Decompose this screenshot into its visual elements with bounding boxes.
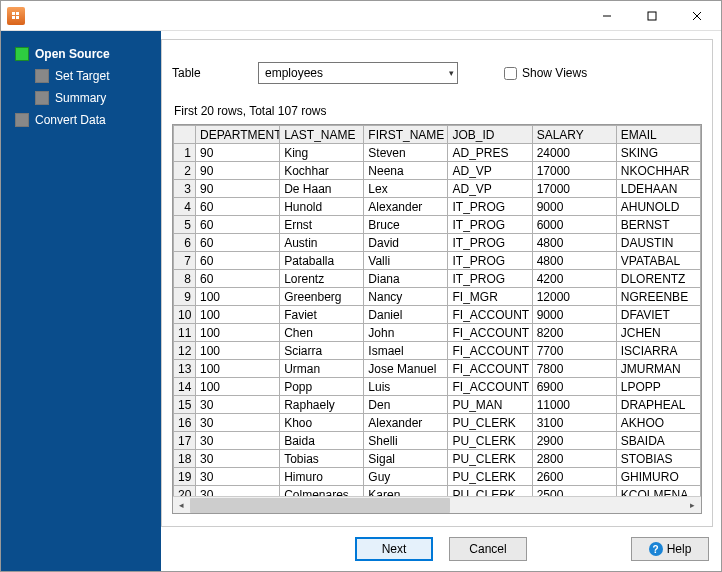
- cell[interactable]: Den: [364, 396, 448, 414]
- cell[interactable]: 2600: [532, 468, 616, 486]
- cell[interactable]: Sigal: [364, 450, 448, 468]
- cell[interactable]: FI_MGR: [448, 288, 532, 306]
- cell[interactable]: IT_PROG: [448, 198, 532, 216]
- cell[interactable]: 30: [196, 396, 280, 414]
- cell[interactable]: LPOPP: [616, 378, 700, 396]
- table-row[interactable]: 13100UrmanJose ManuelFI_ACCOUNT7800JMURM…: [174, 360, 701, 378]
- cell[interactable]: Diana: [364, 270, 448, 288]
- cell[interactable]: 30: [196, 468, 280, 486]
- step-convert-data[interactable]: Convert Data: [13, 109, 155, 131]
- cell[interactable]: Nancy: [364, 288, 448, 306]
- table-select[interactable]: [258, 62, 458, 84]
- cell[interactable]: DFAVIET: [616, 306, 700, 324]
- cell[interactable]: Steven: [364, 144, 448, 162]
- cell[interactable]: 12000: [532, 288, 616, 306]
- table-row[interactable]: 10100FavietDanielFI_ACCOUNT9000DFAVIET: [174, 306, 701, 324]
- cell[interactable]: 7700: [532, 342, 616, 360]
- cell[interactable]: John: [364, 324, 448, 342]
- cell[interactable]: Neena: [364, 162, 448, 180]
- show-views-checkbox[interactable]: [504, 67, 517, 80]
- cell[interactable]: 100: [196, 378, 280, 396]
- step-open-source[interactable]: Open Source: [13, 43, 155, 65]
- minimize-button[interactable]: [584, 2, 629, 30]
- table-row[interactable]: 1530RaphaelyDenPU_MAN11000DRAPHEAL: [174, 396, 701, 414]
- cell[interactable]: IT_PROG: [448, 252, 532, 270]
- table-row[interactable]: 560ErnstBruceIT_PROG6000BERNST: [174, 216, 701, 234]
- column-header[interactable]: JOB_ID: [448, 126, 532, 144]
- cell[interactable]: PU_CLERK: [448, 450, 532, 468]
- cell[interactable]: 4800: [532, 234, 616, 252]
- cell[interactable]: Austin: [280, 234, 364, 252]
- cell[interactable]: Lex: [364, 180, 448, 198]
- column-header[interactable]: SALARY: [532, 126, 616, 144]
- cell[interactable]: DAUSTIN: [616, 234, 700, 252]
- cell[interactable]: 30: [196, 432, 280, 450]
- cell[interactable]: SBAIDA: [616, 432, 700, 450]
- cell[interactable]: 100: [196, 360, 280, 378]
- cell[interactable]: 9000: [532, 198, 616, 216]
- cell[interactable]: Luis: [364, 378, 448, 396]
- table-row[interactable]: 460HunoldAlexanderIT_PROG9000AHUNOLD: [174, 198, 701, 216]
- cell[interactable]: 30: [196, 414, 280, 432]
- cell[interactable]: VPATABAL: [616, 252, 700, 270]
- cell[interactable]: Raphaely: [280, 396, 364, 414]
- cell[interactable]: 60: [196, 198, 280, 216]
- cell[interactable]: Pataballa: [280, 252, 364, 270]
- cell[interactable]: FI_ACCOUNT: [448, 378, 532, 396]
- cell[interactable]: 17000: [532, 180, 616, 198]
- cell[interactable]: FI_ACCOUNT: [448, 360, 532, 378]
- cell[interactable]: 6000: [532, 216, 616, 234]
- cell[interactable]: Kochhar: [280, 162, 364, 180]
- cell[interactable]: Valli: [364, 252, 448, 270]
- cell[interactable]: PU_CLERK: [448, 432, 532, 450]
- cell[interactable]: 4800: [532, 252, 616, 270]
- cell[interactable]: Alexander: [364, 414, 448, 432]
- cell[interactable]: 100: [196, 288, 280, 306]
- table-row[interactable]: 1830TobiasSigalPU_CLERK2800STOBIAS: [174, 450, 701, 468]
- cell[interactable]: Karen: [364, 486, 448, 497]
- cell[interactable]: 17000: [532, 162, 616, 180]
- maximize-button[interactable]: [629, 2, 674, 30]
- cell[interactable]: 100: [196, 306, 280, 324]
- cell[interactable]: 60: [196, 216, 280, 234]
- table-row[interactable]: 860LorentzDianaIT_PROG4200DLORENTZ: [174, 270, 701, 288]
- cell[interactable]: Chen: [280, 324, 364, 342]
- cell[interactable]: AHUNOLD: [616, 198, 700, 216]
- cell[interactable]: Sciarra: [280, 342, 364, 360]
- scroll-left-icon[interactable]: ◂: [173, 497, 190, 514]
- cell[interactable]: 60: [196, 270, 280, 288]
- cell[interactable]: Tobias: [280, 450, 364, 468]
- cell[interactable]: 2800: [532, 450, 616, 468]
- cell[interactable]: Khoo: [280, 414, 364, 432]
- cell[interactable]: Colmenares: [280, 486, 364, 497]
- cell[interactable]: 30: [196, 486, 280, 497]
- cell[interactable]: Popp: [280, 378, 364, 396]
- cell[interactable]: 2900: [532, 432, 616, 450]
- column-header[interactable]: DEPARTMENT_ID: [196, 126, 280, 144]
- cell[interactable]: King: [280, 144, 364, 162]
- cell[interactable]: KCOLMENA: [616, 486, 700, 497]
- close-button[interactable]: [674, 2, 719, 30]
- cell[interactable]: FI_ACCOUNT: [448, 306, 532, 324]
- table-row[interactable]: 12100SciarraIsmaelFI_ACCOUNT7700ISCIARRA: [174, 342, 701, 360]
- scroll-right-icon[interactable]: ▸: [684, 497, 701, 514]
- next-button[interactable]: Next: [355, 537, 433, 561]
- cell[interactable]: PU_MAN: [448, 396, 532, 414]
- cell[interactable]: AD_VP: [448, 162, 532, 180]
- cell[interactable]: AD_VP: [448, 180, 532, 198]
- cell[interactable]: 11000: [532, 396, 616, 414]
- cell[interactable]: DRAPHEAL: [616, 396, 700, 414]
- cell[interactable]: AKHOO: [616, 414, 700, 432]
- cell[interactable]: NKOCHHAR: [616, 162, 700, 180]
- horizontal-scrollbar[interactable]: ◂ ▸: [173, 496, 701, 513]
- cell[interactable]: 100: [196, 324, 280, 342]
- cell[interactable]: FI_ACCOUNT: [448, 324, 532, 342]
- cell[interactable]: BERNST: [616, 216, 700, 234]
- cell[interactable]: IT_PROG: [448, 216, 532, 234]
- cell[interactable]: 30: [196, 450, 280, 468]
- help-button[interactable]: ? Help: [631, 537, 709, 561]
- cell[interactable]: 7800: [532, 360, 616, 378]
- column-header[interactable]: EMAIL: [616, 126, 700, 144]
- table-scroll-area[interactable]: DEPARTMENT_IDLAST_NAMEFIRST_NAMEJOB_IDSA…: [173, 125, 701, 496]
- cell[interactable]: Hunold: [280, 198, 364, 216]
